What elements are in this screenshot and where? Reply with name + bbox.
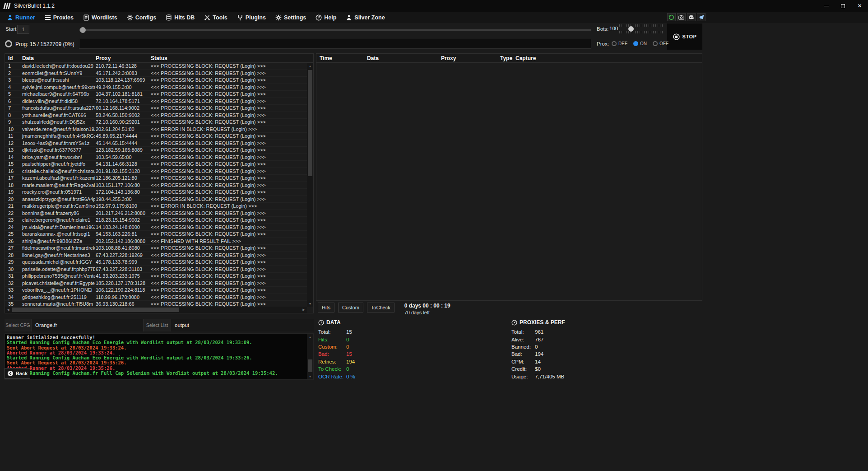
cell-id: 23 [5,217,21,223]
nav-plugins[interactable]: Plugins [237,14,266,21]
table-row[interactable]: 27 fidelmacawthor@neuf.fr:imardrekee 103… [5,245,307,252]
stat-label: To Check: [318,366,346,372]
cell-data: didier.vilin@neuf.fr:didi58 [21,98,95,104]
table-row[interactable]: 28 lionel.gay@neuf.fr:Nectarines3 67.43.… [5,252,307,259]
proxy-mode-off[interactable]: OFF [653,41,668,46]
table-row[interactable]: 9 shulzealrfed@neuf.fr:D6j5Zx 72.10.160.… [5,119,307,126]
table-row[interactable]: 10 valverde.rene@neuf.fr:Maison1927 202.… [5,126,307,133]
progress-slider[interactable] [79,27,591,33]
scroll-up-icon[interactable] [307,334,313,340]
proxy-mode-def[interactable]: DEF [612,41,627,46]
scroll-down-icon[interactable] [307,300,313,307]
cell-status: <<< PROCESSING BLOCK: REQUEST (Login) >>… [150,280,307,286]
maximize-button[interactable] [835,0,851,12]
cell-proxy: 14.103.24.148:8000 [95,224,150,230]
table-row[interactable]: 22 bonnins@neuf.fr:azerty86 201.217.246.… [5,210,307,217]
screenshot-button[interactable] [677,13,686,21]
scroll-left-icon[interactable] [5,307,11,313]
nav-help[interactable]: Help [316,14,336,21]
table-row[interactable]: 32 picavet.christelle@neuf.fr:Egypte590 … [5,280,307,287]
scroll-up-icon[interactable] [307,63,313,69]
table-row[interactable]: 13 djkrissk@neuf.fr:63776377 123.182.59.… [5,147,307,154]
table-row[interactable]: 7 francoisdufau@neuf.fr:ursula2278 60.12… [5,105,307,112]
nav-wordlists[interactable]: Wordlists [83,14,117,21]
table-row[interactable]: 35 sonnerat.maria@neuf.fr:Tl5U8m 36.93.1… [5,301,307,307]
cell-data: claire.bergeron@neuf.fr:claire1 [21,217,95,223]
nav-proxies[interactable]: Proxies [45,14,74,21]
scrollbar-thumb[interactable] [308,70,312,176]
table-row[interactable]: 14 brice.yam@neuf.fr:wxcvbn! 103.54.59.6… [5,154,307,161]
nav-settings[interactable]: Settings [275,14,306,21]
table-row[interactable]: 21 maikkrugertple@neuf.fr:Cam9ino2 152.6… [5,203,307,210]
results-tab[interactable]: Hits [318,303,334,312]
table-row[interactable]: 16 cristelle.challeix@neuf.fr:chrissou19… [5,168,307,175]
cell-status: <<< PROCESSING BLOCK: REQUEST (Login) >>… [150,154,307,160]
close-button[interactable] [851,0,868,12]
table-row[interactable]: 4 sylvie.jmi.compub@neuf.fr:99xxtsgr 49.… [5,84,307,91]
table-row[interactable]: 31 philippebruno7535@neuf.fr:Ventesas 41… [5,273,307,280]
col-data: Data [21,55,95,61]
history-button[interactable] [667,13,676,21]
col-time: Time [316,55,366,61]
nav-configs[interactable]: Configs [127,14,157,21]
table-row[interactable]: 17 kazemi.aboulfazl@neuf.fr:kazemiabo 12… [5,175,307,182]
table-row[interactable]: 26 shinjia@neuf.fr:99B86IlZZe 202.152.14… [5,238,307,245]
table-row[interactable]: 5 michaelbaer9@neuf.fr:64796b 104.37.102… [5,91,307,98]
log-line: Started Running Config Auchan.fr Full Ca… [7,371,306,376]
log-console[interactable]: Runner initialized succesfully!Started R… [5,333,314,380]
discord-button[interactable] [687,13,696,21]
table-row[interactable]: 29 quessada.michel@neuf.fr:IGGY 45.178.1… [5,259,307,266]
table-row[interactable]: 20 anaeszkiprzygo@neuf.fr:stE6A4p0nz 198… [5,196,307,203]
table-row[interactable]: 25 baranskaanna-.@neuf.fr:isegi1 94.153.… [5,231,307,238]
runner-elapsed-time: 0 days 00 : 00 : 19 [404,303,450,309]
table-row[interactable]: 11 jmarnoneghhifa@neuf.fr:4r5kRGs4 45.89… [5,133,307,140]
table-row[interactable]: 34 g9dpeshkiog@neuf.fr:251119 118.99.96.… [5,294,307,301]
back-button[interactable]: Back [5,368,30,379]
table-row[interactable]: 33 voboriltva_._@neuf.fr:1PHONEi 106.122… [5,287,307,294]
table-row[interactable]: 23 claire.bergeron@neuf.fr:claire1 218.2… [5,217,307,224]
table-row[interactable]: 3 bleeps@neuf.fr:sushi 103.118.124.137:6… [5,77,307,84]
cell-data: roucky.cro@neuf.fr:051971 [21,189,95,195]
nav-hits-db[interactable]: Hits DB [166,14,195,21]
bots-slider-handle[interactable] [628,26,634,32]
vertical-scrollbar[interactable] [307,63,313,307]
table-row[interactable]: 8 yoth.aurelie@neuf.fr:CAT666 58.246.58.… [5,112,307,119]
table-row[interactable]: 6 didier.vilin@neuf.fr:didi58 72.10.164.… [5,98,307,105]
table-row[interactable]: 12 1soox-4as9@neuf.fr:nrsYSv1z 45.144.65… [5,140,307,147]
select-list-button[interactable]: Select List [143,319,171,331]
scroll-right-icon[interactable] [301,307,307,313]
cell-id: 14 [5,154,21,160]
minimize-button[interactable] [818,0,835,12]
start-input[interactable] [17,25,29,34]
stop-button[interactable]: STOP [667,23,702,50]
stat-row: Total: 961 [511,328,565,336]
scrollbar-thumb[interactable] [308,359,312,372]
nav-runner[interactable]: Runner [7,14,35,21]
log-scrollbar[interactable] [307,334,313,379]
table-row[interactable]: 1 david.leclech@neuf.fr:doudou29 210.72.… [5,63,307,70]
select-config-button[interactable]: Select CFG [5,319,32,331]
table-row[interactable]: 15 paulschipper@neuf.fr:jyetdfo 94.131.1… [5,161,307,168]
data-stats: Total: 15 Hits: 0 Custom: 0 Bad: 15 Retr… [318,328,355,380]
cell-status: <<< PROCESSING BLOCK: REQUEST (Login) >>… [150,273,307,279]
cell-proxy: 94.153.163.226:81 [95,231,150,237]
table-row[interactable]: 24 jm.vidal@neuf.fr:Damienines1963 14.10… [5,224,307,231]
bots-slider[interactable] [619,24,663,33]
scrollbar-thumb[interactable] [12,308,179,312]
results-tab[interactable]: ToCheck [367,303,395,312]
bots-value[interactable]: 100 [609,26,618,31]
cell-status: <<< PROCESSING BLOCK: REQUEST (Login) >>… [150,168,307,174]
telegram-button[interactable] [697,13,706,21]
table-row[interactable]: 2 eonmcllet@neuf.fr:SUnnY9 45.171.242.3:… [5,70,307,77]
results-tab[interactable]: Custom [338,303,363,312]
table-row[interactable]: 18 marie.maalem@neuf.fr:Rage2vaincre 103… [5,182,307,189]
table-row[interactable]: 19 roucky.cro@neuf.fr:051971 172.104.143… [5,189,307,196]
proxy-mode-on[interactable]: ON [633,41,647,46]
nav-tools[interactable]: Tools [204,14,227,21]
horizontal-scrollbar[interactable] [5,307,307,313]
nav-silver-zone[interactable]: Silver Zone [346,14,385,21]
scroll-down-icon[interactable] [307,373,313,379]
cell-data: kazemi.aboulfazl@neuf.fr:kazemiabo [21,175,95,181]
slider-handle[interactable] [80,27,86,33]
table-row[interactable]: 30 pariselle.odette@neuf.fr:phbp77BT 67.… [5,266,307,273]
